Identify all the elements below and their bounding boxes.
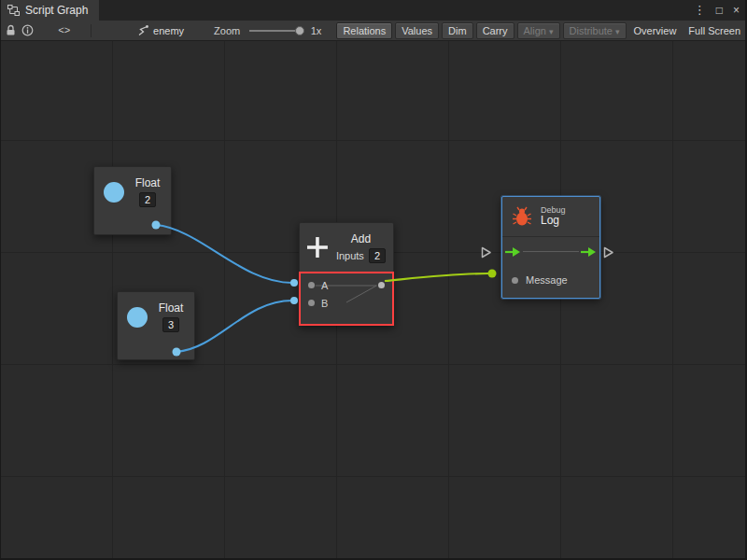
wire-add-to-message[interactable] [385, 273, 488, 281]
control-entry-triangle-icon[interactable] [481, 246, 492, 259]
wire-endpoint-b [290, 297, 298, 304]
graph-name: enemy [153, 25, 184, 36]
window-menu-icon[interactable]: ⋮ [694, 0, 706, 21]
zoom-slider[interactable] [249, 24, 303, 37]
zoom-label: Zoom [214, 25, 240, 36]
add-ports-selected[interactable]: A B [299, 272, 394, 326]
log-node-header: Debug Log [502, 197, 599, 236]
port-row-a: A [301, 276, 392, 294]
code-view-icon[interactable]: <> [58, 25, 70, 36]
chevron-down-icon: ▾ [549, 27, 554, 36]
control-exit-triangle-icon[interactable] [603, 246, 614, 259]
message-label: Message [526, 274, 568, 286]
add-node[interactable]: Add Inputs 2 A [299, 222, 394, 326]
float-value-input[interactable]: 2 [139, 192, 156, 207]
zoom-slider-handle[interactable] [295, 26, 304, 35]
values-button[interactable]: Values [395, 22, 439, 39]
maximize-icon[interactable]: □ [716, 0, 723, 21]
graph-canvas[interactable]: Float 2 Float 3 [0, 41, 747, 560]
chevron-down-icon: ▾ [615, 27, 620, 36]
script-graph-window: Script Graph ⋮ □ × <> [0, 0, 747, 560]
message-input-port[interactable] [512, 277, 518, 284]
port-row-b: B [301, 294, 392, 312]
input-port-b[interactable] [308, 300, 315, 306]
zoom-value: 1x [311, 25, 322, 36]
float-node-1[interactable]: Float 2 [93, 166, 172, 235]
dim-button[interactable]: Dim [442, 22, 473, 39]
align-label: Align [524, 25, 546, 36]
node-title: Log [541, 215, 566, 228]
distribute-label: Distribute [570, 25, 613, 36]
wire-endpoint-message [488, 270, 497, 278]
control-output-arrow-icon[interactable] [581, 246, 597, 258]
control-flow-row [502, 236, 599, 266]
inputs-count-input[interactable]: 2 [369, 248, 386, 263]
add-node-header: Add Inputs 2 [300, 223, 393, 272]
inputs-label: Inputs [336, 250, 364, 261]
float-node-2[interactable]: Float 3 [117, 291, 195, 360]
wire-float1-to-a[interactable] [156, 225, 292, 283]
full-screen-button[interactable]: Full Screen [684, 23, 745, 38]
input-port-a[interactable] [308, 282, 315, 288]
float-value-input[interactable]: 3 [162, 317, 179, 332]
info-icon[interactable] [21, 22, 34, 39]
graph-toolbar: <> enemy Zoom 1x Relations Values Dim Ca… [0, 21, 747, 41]
align-dropdown[interactable]: Align▾ [517, 22, 560, 39]
float-circle-icon [104, 182, 124, 203]
tab-label: Script Graph [25, 4, 88, 17]
overview-button[interactable]: Overview [629, 23, 682, 38]
flow-relation-line [523, 251, 579, 252]
tab-script-graph[interactable]: Script Graph [0, 0, 99, 21]
window-controls: ⋮ □ × [694, 0, 740, 21]
script-graph-icon [7, 5, 20, 16]
carry-button[interactable]: Carry [476, 22, 514, 39]
wire-endpoint-a [290, 279, 298, 287]
float-node-body: Float 2 [94, 167, 171, 207]
message-port-row: Message [502, 266, 599, 286]
node-title: Add [351, 232, 371, 245]
float-circle-icon [127, 307, 148, 328]
port-b-label: B [321, 298, 328, 309]
node-title: Float [135, 176, 161, 189]
distribute-dropdown[interactable]: Distribute▾ [563, 22, 627, 39]
toolbar-separator [91, 24, 92, 37]
relations-button[interactable]: Relations [336, 22, 392, 39]
lock-icon[interactable] [6, 22, 16, 39]
bug-icon [512, 206, 532, 227]
float-node-body: Float 3 [118, 292, 194, 332]
plus-icon [307, 237, 328, 258]
output-port-sum[interactable] [378, 282, 385, 288]
titlebar: Script Graph ⋮ □ × [0, 0, 747, 21]
graph-asset-icon [136, 25, 148, 36]
port-a-label: A [321, 280, 328, 291]
node-title: Float [159, 301, 184, 315]
debug-log-node[interactable]: Debug Log Message [501, 196, 600, 299]
control-input-arrow-icon[interactable] [505, 246, 521, 258]
graph-breadcrumb[interactable]: enemy [136, 25, 184, 36]
close-icon[interactable]: × [733, 0, 740, 21]
toolbar-buttons: Relations Values Dim Carry Align▾ Distri… [336, 22, 745, 39]
